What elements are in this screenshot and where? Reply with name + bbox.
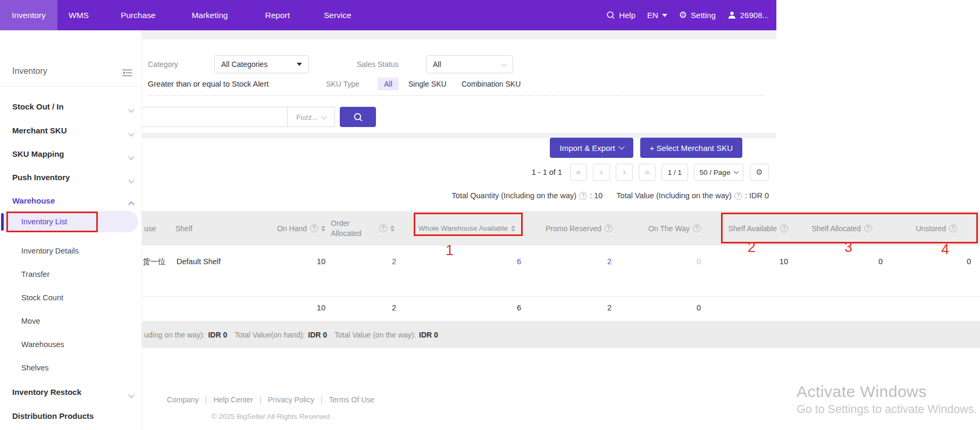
- sidebar-item-inventory-restock[interactable]: Inventory Restock: [12, 387, 81, 397]
- chevron-down-icon: [129, 390, 133, 399]
- totals-divider: [141, 297, 980, 297]
- pagination: 1 - 1 of 1 « ‹ › » 1 / 1 50 / Page ⚙: [532, 164, 769, 181]
- row-cell-order-allocated[interactable]: 2: [319, 255, 396, 268]
- stock-alert-filter[interactable]: Greater than or equal to Stock Alert: [148, 80, 269, 88]
- sidebar-item-warehouses[interactable]: Warehouses: [21, 340, 64, 349]
- chevron-down-icon: [618, 144, 624, 149]
- summary-top: Total Quantity (Including on the way) ? …: [452, 189, 769, 203]
- sidebar-item-sku-mapping[interactable]: SKU Mapping: [12, 149, 64, 158]
- sku-type-single[interactable]: Single SKU: [408, 80, 447, 88]
- caret-down-icon: [662, 14, 667, 17]
- sidebar-item-stock-count[interactable]: Stock Count: [21, 293, 63, 302]
- sku-type-all[interactable]: All: [378, 78, 399, 90]
- sidebar-item-push-inventory[interactable]: Push Inventory: [12, 173, 70, 182]
- help-icon[interactable]: ?: [949, 224, 957, 232]
- sidebar-active-accent: [1, 213, 4, 231]
- nav-tab-wms[interactable]: WMS: [57, 0, 100, 30]
- sidebar-item-stock-out-in[interactable]: Stock Out / In: [12, 102, 64, 111]
- nav-tab-report[interactable]: Report: [254, 0, 301, 30]
- col-header-on-hand[interactable]: On Hand ?: [245, 211, 325, 246]
- nav-tab-service[interactable]: Service: [313, 0, 363, 30]
- last-page-icon: »: [645, 167, 650, 177]
- col-header-whole-warehouse-available[interactable]: Whole Warehouse Available: [418, 211, 523, 246]
- search-input[interactable]: [141, 107, 288, 127]
- sidebar-item-merchant-sku[interactable]: Merchant SKU: [12, 126, 67, 135]
- sidebar-item-distribution-products[interactable]: Distribution Products: [12, 411, 94, 420]
- sidebar-item-inventory-details[interactable]: Inventory Details: [21, 247, 79, 255]
- help-icon[interactable]: ?: [579, 192, 587, 200]
- page-background-gap-top: [141, 30, 776, 39]
- sort-icon[interactable]: [321, 225, 325, 232]
- setting-menu[interactable]: ⚙ Setting: [679, 10, 716, 21]
- sales-status-label: Sales Status: [357, 60, 399, 69]
- sidebar-item-warehouse[interactable]: Warehouse: [12, 196, 55, 205]
- nav-tab-marketing[interactable]: Marketing: [180, 0, 239, 30]
- help-menu[interactable]: Help: [606, 11, 635, 20]
- sidebar-item-transfer[interactable]: Transfer: [21, 270, 49, 279]
- total-quantity: Total Quantity (Including on the way) ? …: [452, 191, 603, 200]
- col-header-order-allocated[interactable]: Order Allocated ?: [331, 211, 395, 246]
- next-page-button[interactable]: ›: [616, 164, 633, 181]
- nav-tab-inventory[interactable]: Inventory: [0, 0, 57, 30]
- last-page-button[interactable]: »: [639, 164, 656, 181]
- select-merchant-sku-button[interactable]: + Select Merchant SKU: [640, 138, 742, 158]
- total-whole-warehouse-available: 6: [441, 301, 521, 314]
- prev-page-button[interactable]: ‹: [593, 164, 610, 181]
- chevron-down-icon: [734, 169, 739, 174]
- sidebar-item-move[interactable]: Move: [21, 317, 40, 325]
- caret-down-icon: [297, 63, 302, 66]
- help-icon[interactable]: ?: [310, 224, 318, 232]
- account-menu[interactable]: 26908...: [727, 11, 769, 20]
- help-icon[interactable]: ?: [379, 224, 387, 232]
- sales-status-select[interactable]: All: [426, 55, 513, 73]
- chevron-down-icon: [129, 151, 133, 161]
- col-header-warehouse: use: [144, 211, 156, 246]
- page-indicator[interactable]: 1 / 1: [661, 164, 688, 181]
- help-icon[interactable]: ?: [780, 224, 788, 232]
- sidebar-collapse-icon[interactable]: [121, 69, 133, 79]
- help-icon[interactable]: ?: [693, 224, 701, 232]
- row-cell-shelf-available: 10: [708, 255, 788, 268]
- footer-link-terms-of-use[interactable]: Terms Of Use: [329, 395, 375, 404]
- row-cell-unstored: 0: [891, 255, 971, 268]
- import-export-button[interactable]: Import & Export: [550, 138, 633, 158]
- row-cell-warehouse: 货一位: [143, 255, 166, 268]
- total-order-allocated: 2: [319, 301, 396, 314]
- row-cell-on-the-way: 0: [621, 255, 701, 268]
- footer-link-help-center[interactable]: Help Center: [213, 395, 253, 404]
- total-on-the-way: 0: [621, 301, 701, 314]
- page-size-select[interactable]: 50 / Page: [694, 164, 744, 181]
- col-header-shelf: Shelf: [175, 211, 192, 246]
- annotation-number-2: 2: [748, 240, 756, 255]
- search-button[interactable]: [340, 107, 376, 127]
- col-header-on-the-way: On The Way ?: [622, 211, 701, 246]
- help-icon[interactable]: ?: [734, 192, 742, 200]
- summary-bottom-bar: uding on the way):IDR 0 Total Value(on h…: [141, 321, 980, 348]
- column-settings-button[interactable]: ⚙: [750, 164, 769, 181]
- language-selector[interactable]: EN: [647, 11, 667, 20]
- help-icon[interactable]: ?: [605, 224, 613, 232]
- activate-windows-watermark: Activate Windows: [797, 383, 927, 401]
- chevron-down-icon: [129, 104, 133, 114]
- user-icon: [727, 11, 736, 20]
- search-mode-select[interactable]: Fuzz...: [287, 107, 335, 127]
- gear-icon: ⚙: [679, 10, 687, 21]
- total-promo-reserved: 2: [532, 301, 612, 314]
- sort-icon[interactable]: [511, 225, 515, 232]
- sku-type-combination[interactable]: Combination SKU: [462, 80, 521, 88]
- help-icon[interactable]: ?: [864, 224, 872, 232]
- footer-link-company[interactable]: Company: [167, 395, 199, 404]
- nav-tab-purchase[interactable]: Purchase: [110, 0, 166, 30]
- sidebar-item-inventory-list[interactable]: Inventory List: [21, 217, 67, 226]
- category-select[interactable]: All Categories: [214, 55, 309, 73]
- chevron-down-icon: [129, 175, 133, 184]
- first-page-button[interactable]: «: [570, 164, 587, 181]
- row-cell-promo-reserved[interactable]: 2: [532, 255, 612, 268]
- annotation-number-1: 1: [446, 243, 454, 258]
- footer-separator: |: [205, 395, 207, 404]
- sidebar-item-shelves[interactable]: Shelves: [21, 364, 49, 372]
- chevron-up-icon: [129, 199, 133, 209]
- sort-icon[interactable]: [390, 225, 395, 232]
- footer-link-privacy-policy[interactable]: Privacy Policy: [268, 395, 314, 404]
- search-icon: [353, 112, 363, 122]
